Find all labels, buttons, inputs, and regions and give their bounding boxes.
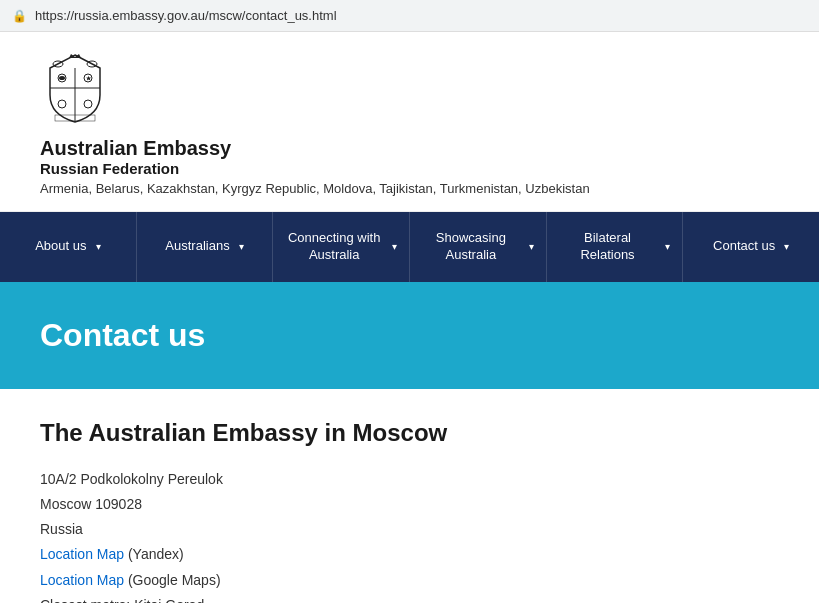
connecting-label: Connecting with Australia — [285, 230, 383, 264]
location-map-google-link[interactable]: Location Map — [40, 572, 124, 588]
australians-label: Australians — [165, 238, 229, 255]
nav-about-us[interactable]: About us ▾ — [0, 212, 137, 282]
page-title: Contact us — [40, 317, 779, 354]
federation-name: Russian Federation — [40, 160, 779, 177]
bilateral-chevron: ▾ — [665, 240, 670, 253]
svg-point-6 — [59, 76, 65, 80]
site-header: Australian Embassy Russian Federation Ar… — [0, 32, 819, 212]
contact-us-nav-label: Contact us — [713, 238, 775, 255]
nav-bilateral[interactable]: Bilateral Relations ▾ — [547, 212, 684, 282]
address-line2: Moscow 109028 — [40, 492, 779, 517]
address-line3: Russia — [40, 517, 779, 542]
google-label: (Google Maps) — [128, 572, 221, 588]
location-map-google-line: Location Map (Google Maps) — [40, 568, 779, 593]
yandex-label: (Yandex) — [128, 546, 184, 562]
embassy-name: Australian Embassy — [40, 137, 779, 160]
url-text: https://russia.embassy.gov.au/mscw/conta… — [35, 8, 337, 23]
section-title: The Australian Embassy in Moscow — [40, 419, 779, 447]
address-bar: 🔒 https://russia.embassy.gov.au/mscw/con… — [0, 0, 819, 32]
nav-connecting[interactable]: Connecting with Australia ▾ — [273, 212, 410, 282]
bilateral-label: Bilateral Relations — [559, 230, 657, 264]
countries-list: Armenia, Belarus, Kazakhstan, Kyrgyz Rep… — [40, 181, 779, 196]
lock-icon: 🔒 — [12, 9, 27, 23]
svg-point-5 — [84, 100, 92, 108]
nav-showcasing[interactable]: Showcasing Australia ▾ — [410, 212, 547, 282]
address-block: 10A/2 Podkolokolny Pereulok Moscow 10902… — [40, 467, 779, 603]
main-content: The Australian Embassy in Moscow 10A/2 P… — [0, 389, 819, 603]
nav-australians[interactable]: Australians ▾ — [137, 212, 274, 282]
coat-of-arms — [40, 52, 110, 122]
main-navigation: About us ▾ Australians ▾ Connecting with… — [0, 212, 819, 282]
about-us-chevron: ▾ — [96, 240, 101, 253]
address-line1: 10A/2 Podkolokolny Pereulok — [40, 467, 779, 492]
about-us-label: About us — [35, 238, 86, 255]
embassy-title: Australian Embassy Russian Federation Ar… — [40, 137, 779, 196]
location-map-yandex-line: Location Map (Yandex) — [40, 542, 779, 567]
contact-us-chevron: ▾ — [784, 240, 789, 253]
logo-area — [40, 52, 779, 122]
australians-chevron: ▾ — [239, 240, 244, 253]
showcasing-label: Showcasing Australia — [422, 230, 520, 264]
nav-contact-us[interactable]: Contact us ▾ — [683, 212, 819, 282]
connecting-chevron: ▾ — [392, 240, 397, 253]
metro-info: Closest metro: Kitai Gorod — [40, 593, 779, 603]
svg-marker-7 — [86, 75, 91, 80]
hero-banner: Contact us — [0, 282, 819, 389]
svg-point-4 — [58, 100, 66, 108]
showcasing-chevron: ▾ — [529, 240, 534, 253]
location-map-yandex-link[interactable]: Location Map — [40, 546, 124, 562]
